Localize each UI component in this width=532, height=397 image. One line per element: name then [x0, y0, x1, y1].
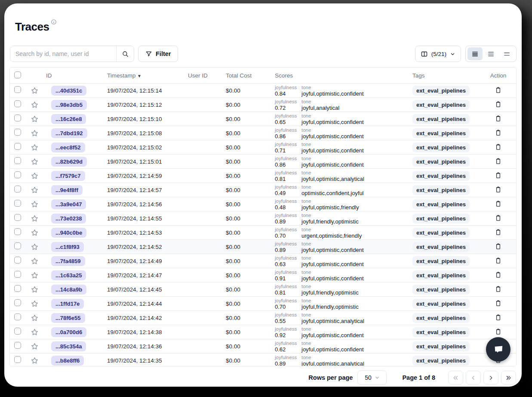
star-icon[interactable]: [31, 129, 39, 137]
row-checkbox[interactable]: [14, 242, 21, 249]
row-checkbox[interactable]: [14, 299, 21, 306]
star-icon[interactable]: [31, 115, 39, 123]
delete-button[interactable]: [494, 85, 503, 96]
delete-button[interactable]: [494, 199, 503, 210]
trace-id-badge[interactable]: ...73e0238: [51, 214, 86, 223]
star-icon[interactable]: [31, 271, 39, 279]
delete-button[interactable]: [494, 284, 503, 295]
star-icon[interactable]: [31, 229, 39, 237]
header-timestamp[interactable]: Timestamp ▼: [98, 72, 179, 79]
trace-id-badge[interactable]: ...eec8f52: [51, 143, 85, 152]
search-input[interactable]: [10, 46, 116, 62]
trace-id-badge[interactable]: ...940c0be: [51, 228, 86, 238]
trace-id-badge[interactable]: ...b8e8ff6: [51, 356, 84, 366]
table-row[interactable]: ...940c0be 19/07/2024, 12:14:53 $0.00 jo…: [10, 226, 516, 240]
table-row[interactable]: ...14c8a9b 19/07/2024, 12:14:45 $0.00 jo…: [10, 282, 516, 297]
trace-id-badge[interactable]: ...40d351c: [51, 86, 86, 96]
table-row[interactable]: ...0a700d6 19/07/2024, 12:14:38 $0.00 jo…: [10, 325, 516, 339]
star-icon[interactable]: [31, 200, 39, 208]
table-row[interactable]: ...98e3db5 19/07/2024, 12:15:12 $0.00 jo…: [10, 98, 516, 112]
delete-button[interactable]: [494, 99, 503, 110]
star-icon[interactable]: [31, 300, 39, 308]
row-checkbox[interactable]: [14, 271, 21, 278]
trace-id-badge[interactable]: ...9e4f8ff: [51, 185, 83, 195]
star-icon[interactable]: [31, 172, 39, 180]
filter-button[interactable]: Filter: [138, 46, 178, 62]
table-row[interactable]: ...1ffd17e 19/07/2024, 12:14:44 $0.00 jo…: [10, 297, 516, 311]
row-checkbox[interactable]: [14, 86, 21, 93]
trace-id-badge[interactable]: ...82b629d: [51, 157, 87, 167]
table-row[interactable]: ...85c354a 19/07/2024, 12:14:36 $0.00 jo…: [10, 339, 516, 354]
row-checkbox[interactable]: [14, 257, 21, 264]
delete-button[interactable]: [494, 327, 503, 338]
row-checkbox[interactable]: [14, 200, 21, 207]
star-icon[interactable]: [31, 101, 39, 109]
delete-button[interactable]: [494, 171, 503, 181]
star-icon[interactable]: [31, 342, 39, 350]
info-icon[interactable]: [51, 19, 57, 25]
star-icon[interactable]: [31, 257, 39, 265]
table-row[interactable]: ...7dbd192 19/07/2024, 12:15:08 $0.00 jo…: [10, 126, 516, 140]
table-row[interactable]: ...f7579c7 19/07/2024, 12:14:59 $0.00 jo…: [10, 169, 516, 183]
first-page-button[interactable]: [448, 371, 463, 385]
delete-button[interactable]: [494, 242, 503, 252]
row-checkbox[interactable]: [14, 186, 21, 192]
table-row[interactable]: ...eec8f52 19/07/2024, 12:15:02 $0.00 jo…: [10, 140, 516, 155]
table-row[interactable]: ...82b629d 19/07/2024, 12:15:01 $0.00 jo…: [10, 155, 516, 169]
trace-id-badge[interactable]: ...3a9e047: [51, 199, 86, 209]
delete-button[interactable]: [494, 270, 503, 281]
table-row[interactable]: ...1c63a25 19/07/2024, 12:14:47 $0.00 jo…: [10, 268, 516, 282]
delete-button[interactable]: [494, 185, 503, 195]
row-checkbox[interactable]: [14, 285, 21, 292]
delete-button[interactable]: [494, 256, 503, 267]
trace-id-badge[interactable]: ...85c354a: [51, 341, 86, 351]
table-row[interactable]: ...16c26e8 19/07/2024, 12:15:10 $0.00 jo…: [10, 112, 516, 126]
row-checkbox[interactable]: [14, 157, 21, 164]
trace-id-badge[interactable]: ...78f6e55: [51, 313, 85, 323]
star-icon[interactable]: [31, 158, 39, 166]
table-row[interactable]: ...3a9e047 19/07/2024, 12:14:56 $0.00 jo…: [10, 197, 516, 211]
delete-button[interactable]: [494, 313, 503, 323]
star-icon[interactable]: [31, 357, 39, 365]
delete-button[interactable]: [494, 142, 503, 153]
trace-id-badge[interactable]: ...7fa4859: [51, 256, 85, 266]
row-checkbox[interactable]: [14, 228, 21, 235]
delete-button[interactable]: [494, 114, 503, 124]
delete-button[interactable]: [494, 298, 503, 309]
table-row[interactable]: ...7fa4859 19/07/2024, 12:14:49 $0.00 jo…: [10, 254, 516, 268]
column-visibility-button[interactable]: (5/21): [415, 46, 461, 62]
star-icon[interactable]: [31, 143, 39, 152]
delete-button[interactable]: [494, 213, 503, 224]
star-icon[interactable]: [31, 87, 39, 95]
star-icon[interactable]: [31, 328, 39, 336]
row-checkbox[interactable]: [14, 115, 21, 121]
star-icon[interactable]: [31, 314, 39, 322]
table-row[interactable]: ...b8e8ff6 19/07/2024, 12:14:35 $0.00 jo…: [10, 354, 516, 366]
previous-page-button[interactable]: [466, 371, 481, 385]
search-button[interactable]: [116, 46, 134, 62]
rows-per-page-select[interactable]: 50: [357, 370, 387, 385]
row-checkbox[interactable]: [14, 328, 21, 335]
row-checkbox[interactable]: [14, 171, 21, 178]
trace-id-badge[interactable]: ...14c8a9b: [51, 285, 86, 295]
delete-button[interactable]: [494, 227, 503, 238]
trace-id-badge[interactable]: ...7dbd192: [51, 128, 87, 138]
row-checkbox[interactable]: [14, 129, 21, 136]
row-height-tall-button[interactable]: [499, 47, 514, 60]
next-page-button[interactable]: [483, 371, 498, 385]
delete-button[interactable]: [494, 156, 503, 167]
last-page-button[interactable]: [501, 371, 516, 385]
row-height-compact-button[interactable]: [467, 47, 483, 60]
table-row[interactable]: ...73e0238 19/07/2024, 12:14:55 $0.00 jo…: [10, 211, 516, 226]
star-icon[interactable]: [31, 186, 39, 194]
chat-widget-button[interactable]: [486, 337, 510, 362]
table-row[interactable]: ...c1f8f93 19/07/2024, 12:14:52 $0.00 jo…: [10, 240, 516, 254]
delete-button[interactable]: [494, 128, 503, 139]
trace-id-badge[interactable]: ...c1f8f93: [51, 242, 84, 252]
trace-id-badge[interactable]: ...16c26e8: [51, 114, 86, 124]
table-row[interactable]: ...78f6e55 19/07/2024, 12:14:42 $0.00 jo…: [10, 311, 516, 325]
row-checkbox[interactable]: [14, 100, 21, 107]
row-height-medium-button[interactable]: [483, 47, 498, 60]
trace-id-badge[interactable]: ...98e3db5: [51, 100, 87, 110]
row-checkbox[interactable]: [14, 356, 21, 363]
